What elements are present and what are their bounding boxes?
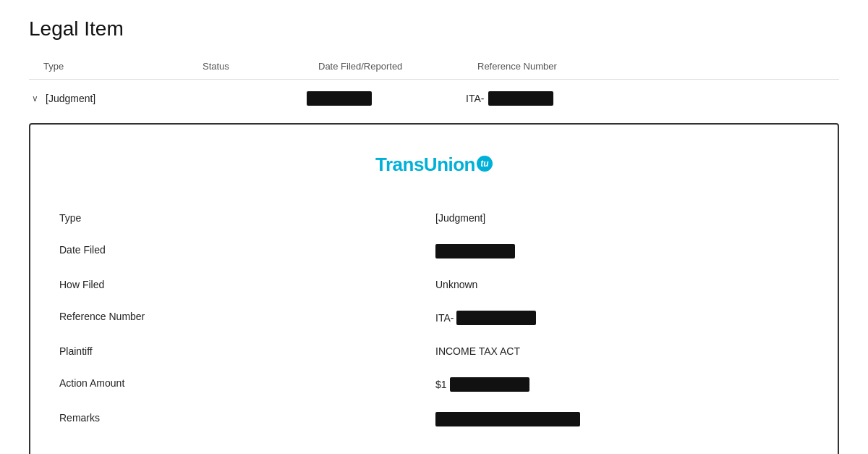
reference-detail-prefix: ITA- xyxy=(435,312,454,324)
label-date-filed: Date Filed xyxy=(59,244,204,256)
value-remarks xyxy=(435,412,580,426)
label-plaintiff: Plaintiff xyxy=(59,345,204,357)
value-date-filed xyxy=(435,244,515,258)
detail-row-remarks: Remarks xyxy=(59,402,809,437)
row-type: ∨ [Judgment] xyxy=(32,93,191,104)
table-header: Type Status Date Filed/Reported Referenc… xyxy=(29,61,839,80)
col-header-status: Status xyxy=(203,61,318,72)
reference-redacted xyxy=(488,91,553,106)
row-type-value: [Judgment] xyxy=(46,93,95,104)
col-header-type: Type xyxy=(43,61,203,72)
label-type: Type xyxy=(59,212,204,224)
logo-badge: tu xyxy=(477,156,493,172)
amount-prefix: $1 xyxy=(435,379,447,390)
detail-row-how-filed: How Filed Unknown xyxy=(59,269,809,300)
value-plaintiff: INCOME TAX ACT xyxy=(435,345,520,357)
reference-prefix: ITA- xyxy=(466,93,484,104)
detail-row-plaintiff: Plaintiff INCOME TAX ACT xyxy=(59,335,809,367)
detail-row-type: Type [Judgment] xyxy=(59,202,809,234)
amount-redacted xyxy=(450,377,529,392)
chevron-icon: ∨ xyxy=(32,93,38,104)
transunion-logo: TransUniontu xyxy=(59,154,809,176)
value-how-filed: Unknown xyxy=(435,279,477,290)
value-reference: ITA- xyxy=(435,311,536,325)
col-header-reference: Reference Number xyxy=(477,61,637,72)
label-reference: Reference Number xyxy=(59,311,204,322)
reference-detail-redacted xyxy=(456,311,536,325)
detail-table: Type [Judgment] Date Filed How Filed Unk… xyxy=(59,202,809,437)
date-redacted xyxy=(307,91,372,106)
col-header-date: Date Filed/Reported xyxy=(318,61,477,72)
label-action-amount: Action Amount xyxy=(59,377,204,389)
value-type: [Judgment] xyxy=(435,212,485,224)
label-how-filed: How Filed xyxy=(59,279,204,290)
remarks-redacted xyxy=(435,412,580,426)
detail-row-action-amount: Action Amount $1 xyxy=(59,367,809,402)
label-remarks: Remarks xyxy=(59,412,204,424)
date-filed-redacted xyxy=(435,244,515,258)
detail-card: TransUniontu Type [Judgment] Date Filed … xyxy=(29,123,839,454)
row-date xyxy=(307,91,466,106)
table-row[interactable]: ∨ [Judgment] ITA- xyxy=(29,85,839,112)
row-reference: ITA- xyxy=(466,91,625,106)
detail-row-date-filed: Date Filed xyxy=(59,234,809,269)
value-action-amount: $1 xyxy=(435,377,529,392)
detail-row-reference: Reference Number ITA- xyxy=(59,300,809,335)
page-title: Legal Item xyxy=(29,17,839,41)
logo-text: TransUnion xyxy=(375,154,475,175)
